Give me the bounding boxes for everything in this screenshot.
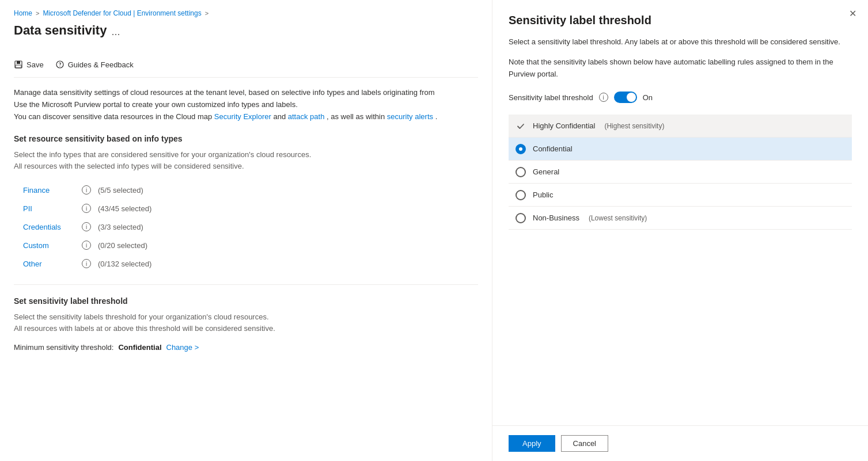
and-text: and bbox=[273, 112, 286, 121]
list-item: PII i (43/45 selected) bbox=[14, 199, 478, 218]
option-highly-confidential[interactable]: Highly Confidential (Highest sensitivity… bbox=[509, 115, 852, 138]
finance-info-icon[interactable]: i bbox=[82, 185, 91, 195]
threshold-section: Set sensitivity label threshold Select t… bbox=[14, 296, 478, 352]
toggle-label: Sensitivity label threshold bbox=[509, 93, 593, 102]
as-well-text: , as well as within bbox=[327, 112, 385, 121]
right-panel: ✕ Sensitivity label threshold Select a s… bbox=[492, 0, 868, 461]
toolbar: Save Guides & Feedback bbox=[14, 52, 478, 78]
custom-count: (0/20 selected) bbox=[98, 241, 147, 250]
panel-description: Select a sensitivity label threshold. An… bbox=[509, 36, 852, 48]
option-non-business[interactable]: Non-Business (Lowest sensitivity) bbox=[509, 207, 852, 230]
guides-icon bbox=[55, 60, 65, 69]
breadcrumb-sep1: > bbox=[36, 10, 39, 17]
option-sub: (Highest sensitivity) bbox=[604, 122, 664, 130]
other-count: (0/132 selected) bbox=[98, 260, 151, 268]
info-types-list: Finance i (5/5 selected) PII i (43/45 se… bbox=[14, 181, 478, 273]
finance-count: (5/5 selected) bbox=[98, 186, 143, 195]
list-item: Credentials i (3/3 selected) bbox=[14, 218, 478, 236]
desc-text-3: You can discover sensitive data resource… bbox=[14, 112, 212, 121]
change-link[interactable]: Change > bbox=[166, 343, 199, 352]
threshold-sub: Select the sensitivity labels threshold … bbox=[14, 311, 478, 334]
credentials-link[interactable]: Credentials bbox=[23, 223, 75, 231]
pii-count: (43/45 selected) bbox=[98, 204, 151, 213]
other-link[interactable]: Other bbox=[23, 260, 75, 268]
list-item: Other i (0/132 selected) bbox=[14, 254, 478, 273]
pii-link[interactable]: PII bbox=[23, 204, 75, 213]
more-options-icon[interactable]: ... bbox=[111, 26, 120, 38]
toggle-state: On bbox=[643, 93, 653, 102]
radio-checked-icon bbox=[516, 144, 526, 154]
option-label: Public bbox=[533, 191, 553, 199]
page-title: Data sensitivity bbox=[14, 23, 107, 38]
custom-link[interactable]: Custom bbox=[23, 241, 75, 250]
close-button[interactable]: ✕ bbox=[849, 9, 856, 18]
save-icon bbox=[14, 60, 23, 69]
section-divider bbox=[14, 284, 478, 285]
threshold-current-value: Confidential bbox=[118, 343, 161, 352]
threshold-heading: Set sensitivity label threshold bbox=[14, 296, 478, 306]
finance-link[interactable]: Finance bbox=[23, 186, 75, 195]
custom-info-icon[interactable]: i bbox=[82, 241, 91, 250]
apply-button[interactable]: Apply bbox=[509, 435, 555, 452]
minimum-threshold-row: Minimum sensitivity threshold: Confident… bbox=[14, 343, 478, 352]
radio-unchecked-icon bbox=[516, 213, 526, 223]
save-label: Save bbox=[26, 60, 44, 69]
attack-path-link[interactable]: attack path bbox=[288, 112, 325, 121]
cancel-button[interactable]: Cancel bbox=[561, 435, 608, 452]
credentials-count: (3/3 selected) bbox=[98, 223, 143, 231]
radio-unchecked-icon bbox=[516, 190, 526, 200]
info-types-section: Set resource sensitivity based on info t… bbox=[14, 134, 478, 273]
panel-note: Note that the sensitivity labels shown b… bbox=[509, 56, 852, 81]
breadcrumb-sep2: > bbox=[205, 10, 209, 17]
svg-rect-1 bbox=[17, 61, 20, 64]
security-alerts-link[interactable]: security alerts bbox=[387, 112, 433, 121]
svg-rect-2 bbox=[16, 65, 21, 68]
save-button[interactable]: Save bbox=[14, 58, 44, 71]
list-item: Finance i (5/5 selected) bbox=[14, 181, 478, 199]
minimum-label: Minimum sensitivity threshold: bbox=[14, 343, 113, 352]
list-item: Custom i (0/20 selected) bbox=[14, 236, 478, 254]
security-explorer-link[interactable]: Security Explorer bbox=[214, 112, 271, 121]
breadcrumb: Home > Microsoft Defender for Cloud | En… bbox=[14, 9, 478, 17]
credentials-info-icon[interactable]: i bbox=[82, 222, 91, 231]
other-info-icon[interactable]: i bbox=[82, 259, 91, 268]
option-confidential[interactable]: Confidential bbox=[509, 138, 852, 161]
description-section: Manage data sensitivity settings of clou… bbox=[14, 87, 478, 123]
pii-info-icon[interactable]: i bbox=[82, 204, 91, 213]
sensitivity-toggle[interactable] bbox=[614, 92, 637, 103]
option-public[interactable]: Public bbox=[509, 184, 852, 207]
desc-text-2: Use the Microsoft Purview portal to crea… bbox=[14, 100, 298, 109]
period: . bbox=[435, 112, 438, 121]
guides-label: Guides & Feedback bbox=[68, 60, 134, 69]
panel-title: Sensitivity label threshold bbox=[509, 14, 852, 27]
option-label: Non-Business bbox=[533, 214, 579, 222]
toggle-info-icon[interactable]: i bbox=[599, 93, 608, 102]
toggle-row: Sensitivity label threshold i On bbox=[509, 92, 852, 103]
option-label: Highly Confidential bbox=[533, 121, 595, 130]
option-sub: (Lowest sensitivity) bbox=[589, 214, 647, 222]
left-panel: Home > Microsoft Defender for Cloud | En… bbox=[0, 0, 492, 461]
info-types-sub: Select the info types that are considere… bbox=[14, 149, 478, 172]
radio-unchecked-icon bbox=[516, 167, 526, 177]
breadcrumb-defender[interactable]: Microsoft Defender for Cloud | Environme… bbox=[43, 9, 201, 17]
info-types-heading: Set resource sensitivity based on info t… bbox=[14, 134, 478, 143]
svg-point-4 bbox=[59, 66, 60, 66]
check-icon bbox=[516, 121, 526, 131]
option-general[interactable]: General bbox=[509, 161, 852, 184]
panel-footer: Apply Cancel bbox=[492, 425, 868, 461]
sensitivity-options-list: Highly Confidential (Highest sensitivity… bbox=[509, 115, 852, 230]
guides-feedback-button[interactable]: Guides & Feedback bbox=[55, 58, 134, 71]
breadcrumb-home[interactable]: Home bbox=[14, 9, 32, 17]
desc-text-1: Manage data sensitivity settings of clou… bbox=[14, 88, 435, 97]
option-label: General bbox=[533, 167, 559, 176]
option-label: Confidential bbox=[533, 144, 573, 153]
